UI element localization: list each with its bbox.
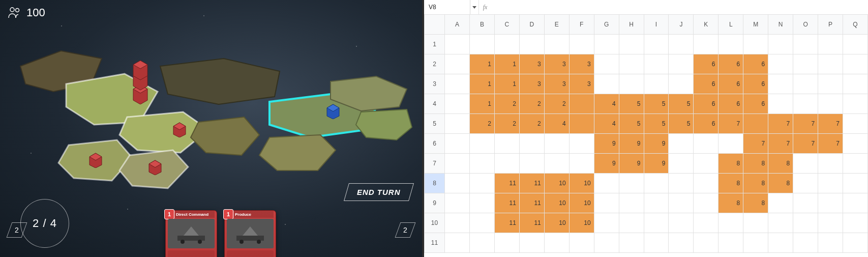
cell[interactable]	[843, 94, 868, 114]
cell[interactable]: 8	[719, 174, 743, 193]
cell[interactable]: 6	[694, 114, 719, 134]
cell[interactable]: 3	[519, 74, 544, 94]
cell[interactable]	[694, 174, 719, 193]
cell[interactable]	[694, 233, 719, 253]
cell[interactable]	[619, 174, 644, 193]
cell[interactable]: 6	[743, 94, 768, 114]
cell[interactable]: 3	[569, 54, 594, 74]
row-header[interactable]: 6	[425, 134, 445, 154]
cell[interactable]: 2	[494, 114, 519, 134]
cell[interactable]: 4	[594, 114, 619, 134]
cell[interactable]	[793, 174, 818, 193]
cell[interactable]: 8	[743, 174, 768, 193]
cell[interactable]: 5	[644, 94, 669, 114]
cell[interactable]	[469, 233, 494, 253]
cell[interactable]	[843, 154, 868, 174]
cell[interactable]: 6	[719, 94, 743, 114]
cell[interactable]: 3	[544, 54, 569, 74]
cell[interactable]	[644, 54, 669, 74]
cell[interactable]	[644, 74, 669, 94]
cell[interactable]	[743, 35, 768, 54]
cell[interactable]: 11	[519, 193, 544, 213]
card-produce[interactable]: 1 Produce Gain 1 dice on area	[224, 210, 276, 257]
row-header[interactable]: 11	[425, 233, 445, 253]
cell[interactable]	[619, 74, 644, 94]
cell[interactable]	[669, 35, 694, 54]
cell[interactable]	[793, 94, 818, 114]
select-all-corner[interactable]	[425, 15, 445, 35]
cell[interactable]	[669, 54, 694, 74]
cell[interactable]	[644, 193, 669, 213]
cell[interactable]	[569, 114, 594, 134]
cell[interactable]: 11	[494, 193, 519, 213]
cell[interactable]: 8	[743, 193, 768, 213]
cell[interactable]: 9	[644, 154, 669, 174]
cell[interactable]: 10	[569, 213, 594, 233]
column-header[interactable]: P	[818, 15, 843, 35]
cell[interactable]	[818, 74, 843, 94]
cell[interactable]: 9	[619, 134, 644, 154]
cell[interactable]	[544, 233, 569, 253]
cell[interactable]: 8	[768, 154, 793, 174]
cell[interactable]	[818, 213, 843, 233]
cell[interactable]	[793, 35, 818, 54]
cell[interactable]: 3	[569, 74, 594, 94]
cell[interactable]: 7	[768, 134, 793, 154]
cell[interactable]: 3	[544, 74, 569, 94]
cell[interactable]	[793, 54, 818, 74]
cell[interactable]	[445, 134, 470, 154]
cell[interactable]: 1	[469, 54, 494, 74]
cell[interactable]	[445, 174, 470, 193]
cell[interactable]	[544, 35, 569, 54]
column-header[interactable]: B	[469, 15, 494, 35]
column-header[interactable]: Q	[843, 15, 868, 35]
cell[interactable]	[719, 35, 743, 54]
cell[interactable]	[818, 233, 843, 253]
cell[interactable]	[818, 35, 843, 54]
cell[interactable]: 7	[719, 114, 743, 134]
row-header[interactable]: 7	[425, 154, 445, 174]
column-header[interactable]: L	[719, 15, 743, 35]
cell[interactable]: 1	[469, 74, 494, 94]
cell[interactable]: 4	[544, 114, 569, 134]
cell[interactable]	[818, 154, 843, 174]
cell[interactable]: 8	[743, 154, 768, 174]
cell[interactable]	[768, 35, 793, 54]
cell[interactable]	[445, 114, 470, 134]
column-header[interactable]: A	[445, 15, 470, 35]
cell[interactable]: 7	[818, 134, 843, 154]
cell[interactable]: 6	[743, 54, 768, 74]
column-header[interactable]: O	[793, 15, 818, 35]
cell[interactable]	[594, 35, 619, 54]
cell[interactable]: 7	[818, 114, 843, 134]
region-4[interactable]	[160, 59, 280, 104]
cell[interactable]: 6	[694, 94, 719, 114]
cell[interactable]: 6	[719, 54, 743, 74]
row-header[interactable]: 3	[425, 74, 445, 94]
row-header[interactable]: 8	[425, 174, 445, 193]
cell[interactable]: 10	[569, 193, 594, 213]
cell[interactable]	[793, 213, 818, 233]
cell[interactable]: 10	[544, 174, 569, 193]
cell[interactable]	[469, 193, 494, 213]
cell[interactable]	[494, 35, 519, 54]
cell[interactable]	[669, 154, 694, 174]
cell[interactable]: 1	[494, 74, 519, 94]
cell[interactable]	[445, 35, 470, 54]
cell[interactable]	[768, 94, 793, 114]
column-header[interactable]: J	[669, 15, 694, 35]
cell[interactable]	[594, 54, 619, 74]
cell[interactable]	[445, 54, 470, 74]
cell[interactable]: 7	[793, 134, 818, 154]
cell[interactable]	[445, 154, 470, 174]
cell[interactable]	[569, 154, 594, 174]
row-header[interactable]: 1	[425, 35, 445, 54]
cell[interactable]	[843, 74, 868, 94]
cell[interactable]	[694, 35, 719, 54]
cell[interactable]	[644, 233, 669, 253]
cell[interactable]	[843, 134, 868, 154]
cell[interactable]: 2	[519, 114, 544, 134]
card-direct-command[interactable]: 1 Direct Command Attack a neighbour area…	[165, 210, 217, 257]
cell[interactable]: 7	[793, 114, 818, 134]
region-7[interactable]	[356, 109, 412, 140]
